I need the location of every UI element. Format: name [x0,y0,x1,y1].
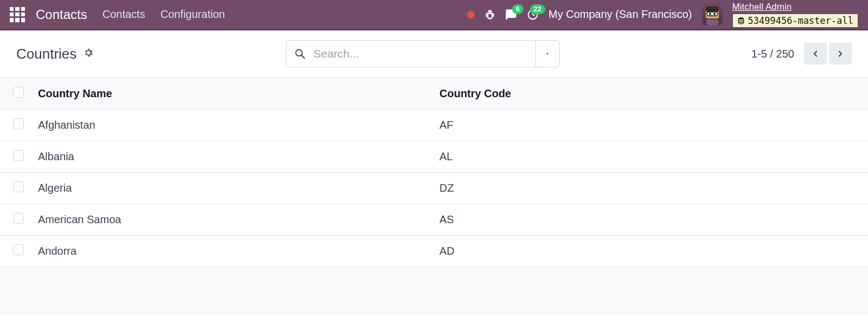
countries-table: Country Name Country Code Afghanistan AF… [0,78,868,267]
nav-links: Contacts Configuration [103,8,225,21]
pager-next-button[interactable] [829,43,852,65]
column-header-name[interactable]: Country Name [33,78,434,110]
app-brand[interactable]: Contacts [36,7,87,22]
row-checkbox[interactable] [13,118,24,129]
chevron-right-icon [835,49,845,59]
chevron-left-icon [810,49,820,59]
pager-range[interactable]: 1-5 / 250 [751,48,794,60]
messages-icon[interactable]: 6 [505,9,517,21]
company-switcher[interactable]: My Company (San Francisco) [548,8,692,21]
search-box [286,40,560,67]
user-block: Mitchell Admin 53499456-master-all [732,2,858,28]
svg-rect-6 [706,20,718,25]
cell-country-code: AL [434,141,868,173]
table-row[interactable]: American Samoa AS [0,204,868,236]
apps-launcher[interactable] [10,7,25,22]
row-checkbox[interactable] [13,244,24,255]
pager-prev-button[interactable] [804,43,827,65]
page-title: Countries [16,46,76,62]
gear-icon[interactable] [83,47,94,60]
table-row[interactable]: Albania AL [0,141,868,173]
activities-icon[interactable]: 22 [527,9,539,21]
database-badge[interactable]: 53499456-master-all [732,14,858,28]
cell-country-code: AS [434,204,868,236]
svg-rect-2 [706,7,719,12]
svg-point-7 [738,17,743,20]
search-options-dropdown[interactable] [535,41,559,67]
row-checkbox[interactable] [13,150,24,161]
nav-right: 6 22 My Company (San Francisco) Mitchell… [467,2,858,28]
activities-badge: 22 [530,4,545,14]
caret-down-icon [544,51,551,57]
debug-icon[interactable] [484,9,495,20]
nav-link-configuration[interactable]: Configuration [161,8,225,21]
table-row[interactable]: Andorra AD [0,236,868,267]
search-icon [294,48,306,60]
messages-badge: 6 [512,4,524,14]
user-name[interactable]: Mitchell Admin [732,2,858,12]
cell-country-name: Algeria [33,173,434,204]
row-checkbox[interactable] [13,181,24,192]
avatar[interactable] [702,4,723,25]
cell-country-code: AF [434,110,868,141]
table-header-row: Country Name Country Code [0,78,868,110]
database-icon [737,17,745,24]
column-header-code[interactable]: Country Code [434,78,868,110]
svg-line-9 [301,55,304,59]
cell-country-name: Albania [33,141,434,173]
svg-point-4 [709,12,711,15]
status-dot-icon [467,11,475,18]
row-checkbox[interactable] [13,213,24,224]
svg-point-5 [713,12,716,15]
search-input[interactable] [306,47,535,60]
table-row[interactable]: Afghanistan AF [0,110,868,141]
pager: 1-5 / 250 [751,43,852,65]
cell-country-code: DZ [434,173,868,204]
cell-country-code: AD [434,236,868,267]
navbar: Contacts Contacts Configuration 6 22 My … [0,0,868,30]
select-all-checkbox[interactable] [13,87,24,98]
control-panel: Countries 1-5 / 250 [0,30,868,78]
cell-country-name: Afghanistan [33,110,434,141]
nav-link-contacts[interactable]: Contacts [103,8,145,21]
cell-country-name: American Samoa [33,204,434,236]
breadcrumb: Countries [16,46,94,62]
database-name: 53499456-master-all [748,15,853,26]
table-row[interactable]: Algeria DZ [0,173,868,204]
svg-rect-3 [707,12,718,16]
cell-country-name: Andorra [33,236,434,267]
